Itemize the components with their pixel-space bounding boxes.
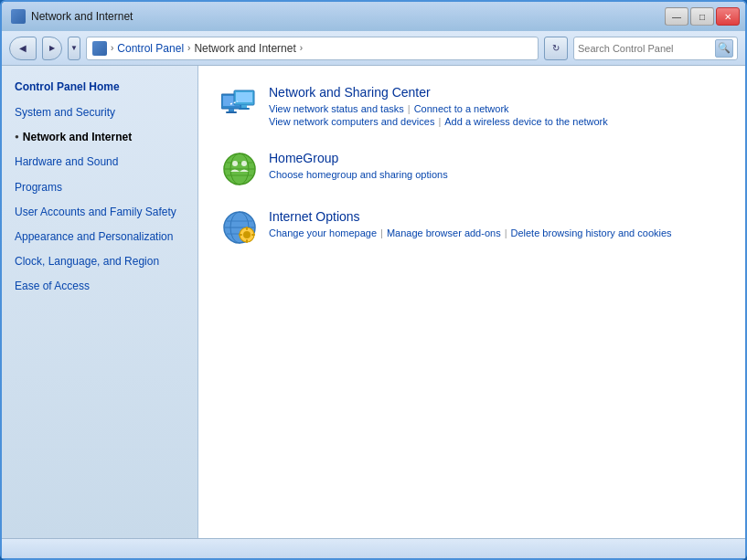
internet-options-title[interactable]: Internet Options: [269, 209, 722, 224]
internet-options-links: Change your homepage | Manage browser ad…: [269, 227, 722, 238]
sidebar: Control Panel Home System and Security N…: [2, 66, 198, 538]
content-item-network-sharing: Network and Sharing Center View network …: [213, 75, 731, 139]
search-input[interactable]: [578, 43, 711, 54]
link-view-status[interactable]: View network status and tasks: [269, 103, 404, 114]
content-text-internet-options: Internet Options Change your homepage | …: [269, 209, 722, 240]
svg-point-22: [243, 231, 251, 238]
internet-options-icon: [221, 209, 258, 246]
sidebar-label-system-security: System and Security: [15, 104, 115, 122]
main-content: Control Panel Home System and Security N…: [2, 66, 745, 538]
link-add-wireless[interactable]: Add a wireless device to the network: [444, 116, 608, 127]
breadcrumb-arrow-3: ›: [300, 43, 303, 53]
sidebar-item-network-internet[interactable]: Network and Internet: [2, 125, 197, 150]
search-button[interactable]: 🔍: [715, 39, 733, 58]
forward-button[interactable]: ▶: [42, 37, 62, 60]
search-icon: 🔍: [718, 42, 731, 54]
network-sharing-icon: [221, 85, 258, 122]
link-connect-network[interactable]: Connect to a network: [414, 103, 509, 114]
sidebar-item-ease-access[interactable]: Ease of Access: [2, 274, 197, 299]
sidebar-item-clock-language[interactable]: Clock, Language, and Region: [2, 249, 197, 274]
title-bar-left: Network and Internet: [11, 9, 133, 24]
dropdown-icon: ▼: [70, 44, 78, 52]
network-sharing-svg: [221, 87, 258, 120]
svg-rect-24: [246, 239, 248, 243]
breadcrumb-arrow-2: ›: [187, 43, 190, 53]
network-sharing-links: View network status and tasks | Connect …: [269, 103, 722, 114]
minimize-button[interactable]: —: [665, 7, 688, 26]
sidebar-label-network-internet: Network and Internet: [23, 129, 132, 146]
separator-2: |: [438, 116, 441, 127]
refresh-button[interactable]: ↻: [544, 37, 568, 60]
window-icon: [11, 9, 26, 24]
content-text-network-sharing: Network and Sharing Center View network …: [269, 85, 722, 129]
svg-point-15: [241, 161, 247, 166]
homegroup-svg: [221, 152, 258, 186]
sidebar-label-programs: Programs: [15, 179, 62, 196]
link-view-computers[interactable]: View network computers and devices: [269, 116, 434, 127]
svg-rect-6: [241, 105, 247, 108]
title-bar: Network and Internet — □ ✕: [2, 2, 745, 31]
svg-rect-3: [226, 111, 237, 113]
homegroup-links: Choose homegroup and sharing options: [269, 169, 722, 180]
link-manage-addons[interactable]: Manage browser add-ons: [387, 227, 501, 238]
sidebar-label-ease-access: Ease of Access: [15, 278, 90, 295]
sidebar-label-hardware-sound: Hardware and Sound: [15, 153, 118, 171]
link-change-homepage[interactable]: Change your homepage: [269, 227, 377, 238]
breadcrumb-control-panel[interactable]: Control Panel: [117, 42, 184, 55]
content-item-internet-options: Internet Options Change your homepage | …: [213, 199, 731, 256]
sidebar-item-user-accounts[interactable]: User Accounts and Family Safety: [2, 200, 197, 225]
back-icon: ◀: [19, 43, 27, 53]
network-sharing-title[interactable]: Network and Sharing Center: [269, 85, 722, 100]
separator-3: |: [380, 227, 383, 238]
sidebar-item-home[interactable]: Control Panel Home: [2, 75, 197, 100]
status-bar: [2, 538, 745, 558]
internet-options-svg: [221, 209, 258, 246]
close-button[interactable]: ✕: [716, 7, 740, 26]
homegroup-title[interactable]: HomeGroup: [269, 151, 722, 165]
nav-dropdown-button[interactable]: ▼: [68, 37, 80, 60]
sidebar-item-system-security[interactable]: System and Security: [2, 100, 197, 125]
svg-rect-26: [251, 234, 255, 236]
breadcrumb-current: Network and Internet: [194, 42, 295, 55]
back-button[interactable]: ◀: [9, 37, 37, 60]
separator-4: |: [505, 227, 507, 238]
separator-1: |: [408, 103, 411, 114]
address-bar: ◀ ▶ ▼ › Control Panel › Network and Inte…: [2, 31, 745, 66]
sidebar-label-clock-language: Clock, Language, and Region: [15, 253, 159, 270]
link-delete-history[interactable]: Delete browsing history and cookies: [511, 227, 672, 238]
network-sharing-links-2: View network computers and devices | Add…: [269, 116, 722, 127]
breadcrumb-folder-icon: [92, 41, 107, 56]
svg-rect-25: [239, 234, 242, 236]
homegroup-icon: [221, 151, 258, 187]
link-choose-homegroup[interactable]: Choose homegroup and sharing options: [269, 169, 448, 180]
content-text-homegroup: HomeGroup Choose homegroup and sharing o…: [269, 151, 722, 182]
breadcrumb-bar: › Control Panel › Network and Internet ›: [86, 37, 539, 60]
sidebar-item-appearance[interactable]: Appearance and Personalization: [2, 225, 197, 249]
sidebar-item-programs[interactable]: Programs: [2, 175, 197, 200]
window-title: Network and Internet: [31, 10, 133, 23]
search-bar: 🔍: [573, 37, 738, 60]
svg-point-14: [232, 161, 238, 166]
refresh-icon: ↻: [552, 43, 560, 53]
forward-icon: ▶: [49, 44, 55, 52]
maximize-button[interactable]: □: [690, 7, 714, 26]
svg-rect-2: [229, 109, 234, 111]
svg-rect-5: [236, 92, 252, 102]
content-item-homegroup: HomeGroup Choose homegroup and sharing o…: [213, 141, 731, 197]
window: Network and Internet — □ ✕ ◀ ▶ ▼ › Contr…: [0, 0, 747, 560]
svg-rect-23: [246, 227, 248, 230]
sidebar-label-appearance: Appearance and Personalization: [15, 228, 173, 246]
breadcrumb-arrow-1: ›: [111, 43, 113, 53]
sidebar-label-user-accounts: User Accounts and Family Safety: [15, 204, 176, 221]
sidebar-item-hardware-sound[interactable]: Hardware and Sound: [2, 150, 197, 174]
title-bar-controls: — □ ✕: [665, 7, 740, 26]
svg-rect-7: [239, 108, 250, 110]
content-area: Network and Sharing Center View network …: [198, 66, 745, 538]
